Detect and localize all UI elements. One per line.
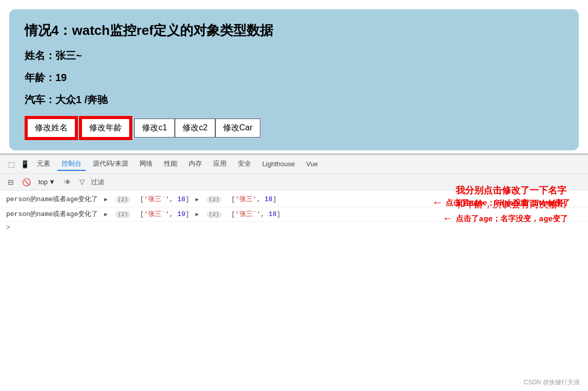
chevron-down-icon: ▼ (49, 178, 55, 186)
modify-c1-button[interactable]: 修改c1 (134, 119, 175, 138)
tab-network[interactable]: 网络 (135, 158, 157, 171)
top-selector[interactable]: top ▼ (36, 177, 58, 187)
array-1a: ['张三`', 18] (136, 196, 189, 203)
tab-console[interactable]: 控制台 (57, 158, 86, 171)
array-2a: ['张三`', 19] (136, 210, 189, 218)
devtools-tabbar: ⬚ 📱 元素 控制台 源代码/来源 网络 性能 内存 应用 安全 Lightho… (0, 154, 588, 174)
count-2b: (2) (207, 211, 222, 218)
clear-console-button[interactable]: 🚫 (21, 177, 32, 188)
count-1a: (2) (115, 196, 131, 203)
console-line-2: person的name或者age变化了 ▶ (2) ['张三`', 19] ▶ … (0, 207, 588, 222)
triangle-1b[interactable]: ▶ (195, 197, 199, 203)
device-icon[interactable]: 📱 (19, 159, 30, 169)
console-line-1: person的name或者age变化了 ▶ (2) ['张三`', 18] ▶ … (0, 192, 588, 207)
name-field: 姓名：张三~ (25, 49, 563, 63)
array-1b: ['张三', 18] (227, 196, 276, 203)
btn-wrapper-1: 修改姓名 (25, 116, 78, 140)
modify-age-button[interactable]: 修改年龄 (80, 118, 131, 139)
count-2a: (2) (115, 211, 131, 218)
console-annotation-2: ← 点击了age；名字没变，age变了 (444, 211, 578, 227)
demo-area: 情况4：watch监控ref定义的对象类型数据 姓名：张三~ 年龄：19 汽车：… (9, 9, 579, 150)
triangle-1a[interactable]: ▶ (104, 197, 108, 203)
tab-vue[interactable]: Vue (302, 159, 322, 170)
modify-name-button[interactable]: 修改姓名 (26, 118, 76, 139)
demo-title: 情况4：watch监控ref定义的对象类型数据 (25, 22, 563, 40)
modify-c2-button[interactable]: 修改c2 (175, 119, 215, 138)
prompt-symbol: > (6, 224, 10, 231)
tab-elements[interactable]: 元素 (33, 158, 54, 171)
eye-icon[interactable]: 👁 (62, 177, 73, 188)
tab-performance[interactable]: 性能 (160, 158, 181, 171)
tab-application[interactable]: 应用 (209, 158, 231, 171)
count-1b: (2) (207, 196, 222, 203)
watermark: CSDN @执键行天涯 (523, 378, 580, 387)
triangle-2a[interactable]: ▶ (104, 211, 108, 218)
demo-buttons: 修改姓名 修改年龄 修改c1 修改c2 修改Car (25, 116, 563, 140)
btn-wrapper-2: 修改年龄 (79, 116, 132, 140)
age-field: 年龄：19 (25, 71, 563, 85)
car-field: 汽车：大众1 /奔驰 (25, 93, 563, 107)
filter-label: 过滤 (91, 178, 104, 187)
devtools-wrapper: ⬚ 📱 元素 控制台 源代码/来源 网络 性能 内存 应用 安全 Lightho… (0, 153, 588, 236)
console-area: person的name或者age变化了 ▶ (2) ['张三`', 18] ▶ … (0, 190, 588, 236)
console-line-2-text: person的name或者age变化了 (6, 210, 98, 218)
array-2b: ['张三`', 18] (227, 210, 280, 218)
tab-lighthouse[interactable]: Lighthouse (258, 159, 299, 170)
modify-car-button[interactable]: 修改Car (215, 119, 260, 138)
triangle-2b[interactable]: ▶ (195, 211, 199, 218)
tab-memory[interactable]: 内存 (185, 158, 206, 171)
sidebar-toggle-button[interactable]: ⊟ (5, 177, 16, 188)
tab-security[interactable]: 安全 (234, 158, 255, 171)
filter-icon: ▽ (79, 178, 85, 186)
console-line-1-text: person的name或者age变化了 (6, 196, 98, 203)
tab-sources[interactable]: 源代码/来源 (89, 158, 132, 171)
top-label: top (38, 178, 48, 186)
inspect-icon[interactable]: ⬚ (6, 159, 16, 169)
